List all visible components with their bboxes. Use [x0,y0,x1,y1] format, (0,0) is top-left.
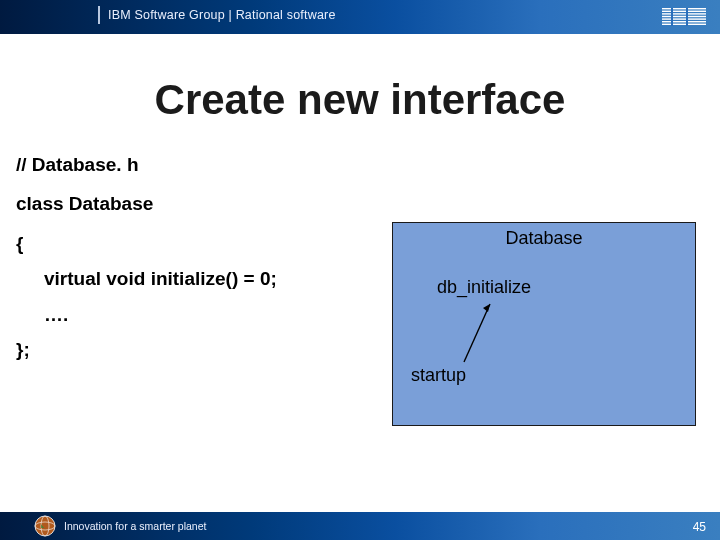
arrow-icon [458,298,498,364]
slide-header: IBM Software Group | Rational software [0,0,720,34]
code-line: virtual void initialize() = 0; [16,264,277,293]
svg-rect-1 [662,11,706,12]
divider [98,6,100,24]
diagram-title: Database [393,228,695,249]
page-number: 45 [693,520,706,534]
slide-title-block: Create new interface [0,76,720,124]
svg-line-9 [464,304,490,362]
code-snippet: // Database. h class Database { virtual … [16,150,277,368]
svg-rect-0 [662,8,706,9]
code-line: class Database [16,189,277,218]
footer-tagline: Innovation for a smarter planet [64,520,206,532]
svg-rect-3 [662,16,706,17]
code-line: …. [16,300,277,329]
ibm-logo-icon [662,8,706,30]
slide-title: Create new interface [0,76,720,124]
svg-rect-2 [662,13,706,14]
slide-footer: Innovation for a smarter planet 45 [0,512,720,540]
code-line: }; [16,335,277,364]
svg-rect-7 [671,8,673,26]
svg-rect-6 [662,24,706,25]
diagram-node: db_initialize [437,277,531,298]
diagram-box: Database db_initialize startup [392,222,696,426]
code-line: // Database. h [16,150,277,179]
breadcrumb: IBM Software Group | Rational software [108,8,336,22]
svg-point-11 [35,516,55,536]
globe-icon [34,515,56,540]
svg-rect-8 [686,8,688,26]
svg-rect-4 [662,18,706,19]
code-line: { [16,229,277,258]
svg-marker-10 [483,304,490,312]
diagram-node: startup [411,365,466,386]
svg-rect-5 [662,21,706,22]
